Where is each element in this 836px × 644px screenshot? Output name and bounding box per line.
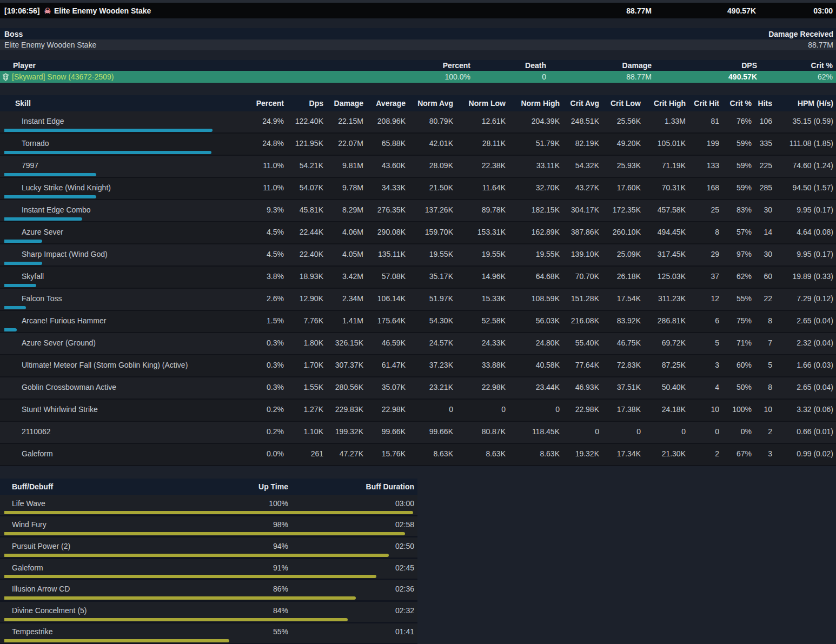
skill-crit-high: 494.45K [641,228,686,236]
damage-col-header[interactable]: Damage [546,61,652,70]
skill-average: 46.59K [363,338,406,347]
buff-uptime: 98% [223,520,288,529]
crit-high-col-header[interactable]: Crit High [641,99,686,108]
skill-crit-high: 105.01K [641,139,686,148]
skill-crit-high: 71.19K [641,161,686,170]
skill-crit-low: 17.34K [599,449,641,458]
skill-norm-avg: 42.01K [406,139,453,148]
skill-hits: 2 [752,427,772,436]
skill-crit-avg: 151.28K [560,294,599,303]
skill-name: Instant Edge [0,117,238,125]
player-crit: 62% [757,72,833,81]
dps-col-header[interactable]: DPS [652,61,757,70]
skill-name: Skyfall [0,272,238,281]
skill-norm-high: 118.45K [506,427,560,436]
norm-avg-col-header[interactable]: Norm Avg [406,99,453,108]
buff-uptime-bar [4,575,376,578]
skill-damage: 229.83K [323,405,363,414]
skill-row[interactable]: Tornado 24.8% 121.95K 22.07M 65.88K 42.0… [0,134,836,156]
skill-name: Sharp Impact (Wind God) [0,250,238,258]
buff-name: Galeform [0,563,223,572]
skill-average-col-header[interactable]: Average [363,99,406,108]
crit-col-header[interactable]: Crit % [757,61,833,70]
skill-row[interactable]: Azure Sever 4.5% 22.44K 4.06M 290.08K 15… [0,222,836,244]
crit-hit-col-header[interactable]: Crit Hit [686,99,719,108]
skill-damage-bar [4,173,96,176]
buff-row: Divine Concelment (5) 84% 02:32 [0,602,417,623]
buff-table-body: Life Wave 100% 03:00 Wind Fury 98% 02:58… [0,495,417,644]
skill-average: 34.33K [363,183,406,192]
skill-row[interactable]: Lucky Strike (Wind Knight) 11.0% 54.07K … [0,178,836,200]
buff-duration-col-header[interactable]: Buff Duration [288,482,414,491]
skill-norm-high: 51.79K [506,139,560,148]
skill-col-header[interactable]: Skill [0,99,238,108]
hits-col-header[interactable]: Hits [752,99,772,108]
skill-row[interactable]: Arcane! Furious Hammer 1.5% 7.76K 1.41M … [0,311,836,333]
skill-percent: 0.2% [238,427,284,436]
buff-name: Divine Concelment (5) [0,606,223,615]
skill-row[interactable]: Sharp Impact (Wind God) 4.5% 22.40K 4.05… [0,244,836,267]
skill-crit-pct: 60% [719,361,752,369]
skill-damage-bar [4,129,213,132]
skill-hpm: 2.65 (0.04) [772,383,833,391]
skill-crit-hit: 25 [686,205,719,214]
skill-crit-hit: 37 [686,272,719,281]
buff-uptime-bar [4,554,389,557]
skill-crit-pct: 59% [719,139,752,148]
skill-row[interactable]: Skyfall 3.8% 18.93K 3.42M 57.08K 35.17K … [0,267,836,289]
skill-crit-avg: 70.70K [560,272,599,281]
skill-row[interactable]: 2110062 0.2% 1.10K 199.32K 99.66K 99.66K… [0,422,836,444]
skill-norm-low: 0 [453,405,506,414]
boss-row[interactable]: Elite Enemy Wooden Stake 88.77M [0,39,836,50]
skill-damage: 9.81M [323,161,363,170]
crit-low-col-header[interactable]: Crit Low [599,99,641,108]
player-col-header[interactable]: Player [0,61,379,70]
skill-crit-low: 49.20K [599,139,641,148]
buff-uptime: 84% [223,606,288,615]
crit-avg-col-header[interactable]: Crit Avg [560,99,599,108]
skill-crit-avg: 54.32K [560,161,599,170]
skill-row[interactable]: Instant Edge Combo 9.3% 45.81K 8.29M 276… [0,200,836,222]
hpm-col-header[interactable]: HPM (H/s) [772,99,833,108]
skill-dps: 12.90K [284,294,323,303]
skill-hits: 3 [752,449,772,458]
skill-percent: 4.5% [238,250,284,258]
skill-dps-col-header[interactable]: Dps [284,99,323,108]
norm-low-col-header[interactable]: Norm Low [453,99,506,108]
skill-row[interactable]: Instant Edge 24.9% 122.40K 22.15M 208.96… [0,111,836,134]
skill-norm-avg: 99.66K [406,427,453,436]
buff-name-col-header[interactable]: Buff/Debuff [0,482,223,491]
skill-name: Falcon Toss [0,294,238,303]
skill-row[interactable]: Azure Sever (Ground) 0.3% 1.80K 326.15K … [0,333,836,355]
buff-duration: 03:00 [288,499,414,508]
skill-damage: 199.32K [323,427,363,436]
skill-norm-low: 24.33K [453,338,506,347]
skill-row[interactable]: Goblin Crossbowman Active 0.3% 1.55K 280… [0,377,836,400]
skill-crit-low: 25.93K [599,161,641,170]
skill-damage-col-header[interactable]: Damage [323,99,363,108]
skill-norm-high: 0 [506,405,560,414]
player-row[interactable]: [Skyward] Snow (43672-2509) 100.0% 0 88.… [0,71,836,83]
skill-row[interactable]: Galeform 0.0% 261 47.27K 15.76K 8.63K 8.… [0,444,836,466]
skill-percent: 0.3% [238,338,284,347]
death-col-header[interactable]: Death [470,61,546,70]
crit-pct-col-header[interactable]: Crit % [719,99,752,108]
skill-percent-col-header[interactable]: Percent [238,99,284,108]
skill-crit-avg: 43.27K [560,183,599,192]
skill-row[interactable]: Falcon Toss 2.6% 12.90K 2.34M 106.14K 51… [0,289,836,311]
skill-norm-low: 8.63K [453,449,506,458]
skill-dps: 7.76K [284,316,323,325]
buff-name: Life Wave [0,499,223,508]
buff-row: Tempestrike 55% 01:41 [0,623,417,644]
boss-name: Elite Enemy Wooden Stake [4,41,96,49]
buff-uptime-col-header[interactable]: Up Time [223,482,288,491]
skill-row[interactable]: Ultimate! Meteor Fall (Storm Goblin King… [0,355,836,377]
skill-row[interactable]: 7997 11.0% 54.21K 9.81M 43.60K 28.09K 22… [0,156,836,178]
skill-row[interactable]: Stunt! Whirlwind Strike 0.2% 1.27K 229.8… [0,400,836,422]
skill-norm-avg: 137.26K [406,205,453,214]
skill-crit-pct: 59% [719,183,752,192]
skill-crit-pct: 59% [719,161,752,170]
percent-col-header[interactable]: Percent [379,61,470,70]
norm-high-col-header[interactable]: Norm High [506,99,560,108]
skill-crit-pct: 97% [719,250,752,258]
